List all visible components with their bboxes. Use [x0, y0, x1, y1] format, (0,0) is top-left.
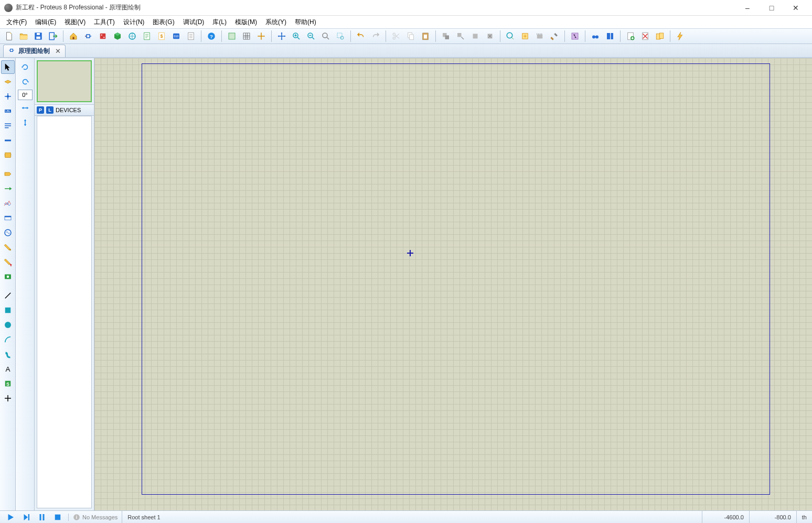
- pin-mode-button[interactable]: [1, 182, 15, 195]
- rotate-cw-button[interactable]: [18, 60, 33, 74]
- make-device-button[interactable]: [518, 29, 532, 43]
- close-project-button[interactable]: [46, 29, 60, 43]
- minimize-button[interactable]: –: [735, 0, 760, 16]
- probe-voltage-button[interactable]: [1, 241, 15, 254]
- path-2d-button[interactable]: [1, 347, 15, 361]
- home-button[interactable]: [67, 29, 80, 43]
- menu-library[interactable]: 库(L): [208, 16, 231, 28]
- block-move-button[interactable]: [454, 29, 467, 43]
- junction-mode-button[interactable]: [1, 90, 15, 103]
- instrument-mode-button[interactable]: [1, 270, 15, 284]
- redo-button[interactable]: [369, 29, 382, 43]
- cube3d-icon: [113, 31, 122, 41]
- block-rotate-button[interactable]: [468, 29, 482, 43]
- grid-button[interactable]: [240, 29, 253, 43]
- gerber-button[interactable]: [125, 29, 139, 43]
- decompose-button[interactable]: [548, 29, 561, 43]
- marker-2d-button[interactable]: [1, 391, 15, 405]
- notes-button[interactable]: [184, 29, 198, 43]
- library-button[interactable]: L: [46, 106, 54, 114]
- flip-vertical-button[interactable]: [18, 116, 33, 129]
- code-button[interactable]: 010: [169, 29, 183, 43]
- rotate-ccw-button[interactable]: [18, 75, 33, 89]
- menu-file[interactable]: 文件(F): [2, 16, 31, 28]
- overview-thumbnail[interactable]: [37, 60, 92, 102]
- component-mode-button[interactable]: [1, 75, 15, 89]
- menu-design[interactable]: 设计(N): [119, 16, 149, 28]
- generator-mode-button[interactable]: [1, 226, 15, 239]
- maximize-button[interactable]: □: [760, 0, 784, 16]
- symbol-2d-button[interactable]: S: [1, 377, 15, 390]
- probe-current-button[interactable]: [1, 255, 15, 269]
- pick-device-button[interactable]: [504, 29, 517, 43]
- origin-button[interactable]: [254, 29, 268, 43]
- line-2d-button[interactable]: [1, 289, 15, 302]
- svg-point-51: [6, 95, 9, 98]
- bill-button[interactable]: $: [155, 29, 168, 43]
- tab-close-icon[interactable]: ✕: [55, 47, 61, 55]
- cut-button[interactable]: [389, 29, 403, 43]
- pcb-button[interactable]: [96, 29, 110, 43]
- new-file-button[interactable]: [2, 29, 16, 43]
- block-delete-button[interactable]: [483, 29, 497, 43]
- label-mode-button[interactable]: LBL: [1, 104, 15, 118]
- zoom-fit-button[interactable]: [319, 29, 333, 43]
- bus-mode-button[interactable]: [1, 134, 15, 147]
- tab-schematic[interactable]: 原理图绘制 ✕: [3, 45, 66, 57]
- menu-chart[interactable]: 图表(G): [148, 16, 178, 28]
- flip-horizontal-button[interactable]: [18, 101, 33, 115]
- save-button[interactable]: [31, 29, 45, 43]
- circle-2d-button[interactable]: [1, 318, 15, 332]
- copy-button[interactable]: [404, 29, 418, 43]
- paste-button[interactable]: [419, 29, 432, 43]
- menu-help[interactable]: 帮助(H): [291, 16, 320, 28]
- sim-play-button[interactable]: [4, 512, 17, 522]
- search-button[interactable]: [589, 29, 602, 43]
- prop-assign-icon: [605, 31, 615, 41]
- schematic-canvas[interactable]: [94, 58, 812, 510]
- selection-mode-button[interactable]: [1, 60, 15, 74]
- sim-stop-button[interactable]: [51, 512, 64, 522]
- undo-button[interactable]: [354, 29, 368, 43]
- messages-cell[interactable]: i No Messages: [68, 514, 122, 521]
- text-2d-button[interactable]: A: [1, 362, 15, 376]
- menu-system[interactable]: 系统(Y): [261, 16, 291, 28]
- subcircuit-mode-button[interactable]: [1, 148, 15, 162]
- goto-sheet-button[interactable]: [653, 29, 667, 43]
- arc-2d-button[interactable]: [1, 333, 15, 346]
- zoom-out-button[interactable]: [304, 29, 318, 43]
- wire-autoroute-button[interactable]: [568, 29, 582, 43]
- menu-template[interactable]: 模版(M): [231, 16, 261, 28]
- menu-debug[interactable]: 调试(D): [179, 16, 209, 28]
- close-button[interactable]: ✕: [784, 0, 808, 16]
- terminal-mode-button[interactable]: [1, 167, 15, 181]
- tape-mode-button[interactable]: [1, 211, 15, 225]
- pan-button[interactable]: [275, 29, 289, 43]
- erc-button[interactable]: [674, 29, 687, 43]
- 3d-view-button[interactable]: [111, 29, 124, 43]
- menu-tool[interactable]: 工具(T): [90, 16, 119, 28]
- sim-step-button[interactable]: [20, 512, 33, 522]
- zoom-in-button[interactable]: [290, 29, 303, 43]
- help-button[interactable]: ?: [205, 29, 218, 43]
- redraw-button[interactable]: [225, 29, 239, 43]
- svg-rect-54: [5, 153, 10, 158]
- menu-view[interactable]: 视图(V): [60, 16, 90, 28]
- sim-pause-button[interactable]: [36, 512, 48, 522]
- property-assign-button[interactable]: [603, 29, 617, 43]
- packaging-tool-button[interactable]: [533, 29, 547, 43]
- devices-list[interactable]: [37, 116, 92, 508]
- box-2d-button[interactable]: [1, 303, 15, 317]
- zoom-area-button[interactable]: [334, 29, 347, 43]
- new-sheet-button[interactable]: [624, 29, 637, 43]
- block-copy-button[interactable]: [439, 29, 453, 43]
- menu-edit[interactable]: 编辑(E): [31, 16, 60, 28]
- remove-sheet-button[interactable]: [638, 29, 652, 43]
- graph-mode-button[interactable]: [1, 197, 15, 210]
- bom-button[interactable]: [140, 29, 154, 43]
- schematic-button[interactable]: [81, 29, 95, 43]
- rotation-angle[interactable]: 0°: [18, 90, 33, 100]
- pick-parts-button[interactable]: P: [37, 106, 44, 114]
- text-script-button[interactable]: [1, 119, 15, 133]
- open-file-button[interactable]: [17, 29, 30, 43]
